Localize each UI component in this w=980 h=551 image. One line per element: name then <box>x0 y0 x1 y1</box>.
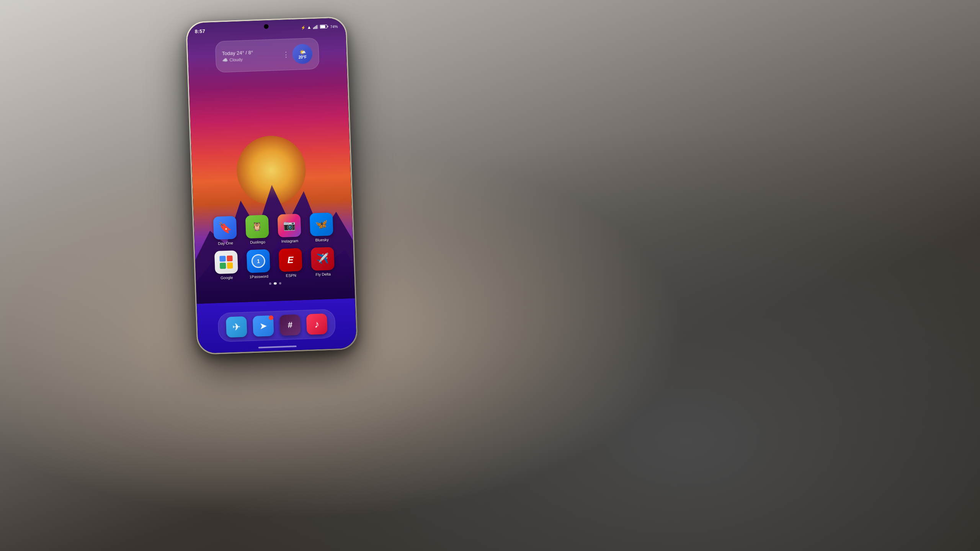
page-dots <box>269 282 281 285</box>
wifi-icon: ▲ <box>307 24 311 30</box>
weather-temp-badge: 🌤️ 20°F <box>292 44 313 64</box>
weather-condition: ☁️ Cloudy <box>222 55 279 63</box>
fly-delta-label: Fly Delta <box>315 272 331 277</box>
google-icon <box>214 250 238 274</box>
instagram-icon: 📷 <box>278 214 301 237</box>
app-item-1password[interactable]: 1 1Password <box>245 249 272 279</box>
battery-icon <box>320 24 328 29</box>
espn-label: ESPN <box>286 273 296 278</box>
weather-badge-icon: 🌤️ <box>299 49 306 55</box>
background-overlay <box>0 0 980 551</box>
duolingo-owl-icon: 🦉 <box>252 222 263 232</box>
dock-item-telegram[interactable]: ✈ <box>226 316 247 338</box>
1password-ring: 1 <box>251 254 265 268</box>
app-item-instagram[interactable]: 📷 Instagram <box>276 214 303 243</box>
scene: 8:57 ⚡ ▲ 74% <box>0 0 980 551</box>
page-dot-3[interactable] <box>279 282 281 284</box>
google-cell-blue <box>219 256 225 262</box>
app-item-google[interactable]: Google <box>213 250 240 280</box>
weather-info: Today 24° / 8° ☁️ Cloudy <box>222 49 280 63</box>
svg-rect-0 <box>313 27 314 29</box>
copilot-arrow-icon: ➤ <box>259 321 267 332</box>
app-grid: 🔖 Day One 🦉 Duolingo 📷 <box>212 212 336 280</box>
svg-rect-4 <box>317 24 318 29</box>
dock: ✈ ➤ # <box>218 309 336 342</box>
slack-hash-icon: # <box>287 320 292 330</box>
delta-plane-icon: ✈️ <box>316 253 329 265</box>
bluesky-label: Bluesky <box>315 238 328 242</box>
music-note-icon: ♪ <box>314 318 320 330</box>
page-dot-2-active[interactable] <box>274 282 277 285</box>
music-icon: ♪ <box>306 313 328 335</box>
status-icons: ⚡ ▲ 74% <box>301 24 338 30</box>
day-one-label: Day One <box>218 241 233 246</box>
bluesky-icon: 🦋 <box>310 212 333 236</box>
app-item-espn[interactable]: E ESPN <box>277 248 304 278</box>
bookmark-icon: 🔖 <box>218 221 232 234</box>
google-cell-red <box>227 256 233 262</box>
app-item-duolingo[interactable]: 🦉 Duolingo <box>244 215 271 245</box>
duolingo-icon: 🦉 <box>245 215 269 238</box>
svg-rect-1 <box>314 26 315 29</box>
battery-percentage: 74% <box>330 24 338 29</box>
telegram-icon: ✈ <box>226 316 247 338</box>
google-grid-icon <box>219 256 233 269</box>
dock-item-copilot[interactable]: ➤ <box>253 315 274 337</box>
1password-label: 1Password <box>249 274 268 279</box>
svg-rect-6 <box>320 25 325 28</box>
svg-rect-2 <box>315 26 316 29</box>
screen: 8:57 ⚡ ▲ 74% <box>187 18 357 354</box>
weather-title: Today 24° / 8° <box>222 49 279 56</box>
app-item-day-one[interactable]: 🔖 Day One <box>212 216 239 246</box>
telegram-plane-icon: ✈ <box>232 321 241 333</box>
phone-wrapper: 8:57 ⚡ ▲ 74% <box>186 16 358 355</box>
instagram-label: Instagram <box>281 239 299 244</box>
app-item-fly-delta[interactable]: ✈️ Fly Delta <box>309 247 336 277</box>
dock-item-slack[interactable]: # <box>279 315 301 336</box>
google-cell-green <box>220 263 226 269</box>
google-label: Google <box>220 276 233 280</box>
bluetooth-icon: ⚡ <box>301 25 305 29</box>
camera-icon: 📷 <box>283 219 296 231</box>
espn-letter-icon: E <box>287 254 294 266</box>
page-dot-1[interactable] <box>269 282 271 285</box>
day-one-icon: 🔖 <box>213 216 237 240</box>
signal-icon <box>313 24 318 29</box>
butterfly-icon: 🦋 <box>315 218 328 230</box>
google-cell-yellow <box>227 262 233 269</box>
weather-widget[interactable]: Today 24° / 8° ☁️ Cloudy ⋮ 🌤️ 20°F <box>215 38 320 73</box>
phone-inner: 8:57 ⚡ ▲ 74% <box>187 18 357 354</box>
app-item-bluesky[interactable]: 🦋 Bluesky <box>308 212 335 242</box>
cloud-icon: ☁️ <box>222 57 228 63</box>
espn-icon: E <box>279 248 302 272</box>
phone-outer: 8:57 ⚡ ▲ 74% <box>186 16 358 355</box>
weather-menu-button[interactable]: ⋮ <box>279 50 293 59</box>
svg-rect-3 <box>316 25 317 29</box>
fly-delta-icon: ✈️ <box>311 247 335 271</box>
1password-icon: 1 <box>247 249 270 273</box>
svg-rect-7 <box>327 26 328 27</box>
dock-item-music[interactable]: ♪ <box>306 313 328 335</box>
slack-icon: # <box>279 315 301 336</box>
status-time: 8:57 <box>195 28 206 34</box>
duolingo-label: Duolingo <box>250 240 265 245</box>
weather-condition-text: Cloudy <box>229 57 243 62</box>
weather-badge-temp: 20°F <box>299 55 307 59</box>
